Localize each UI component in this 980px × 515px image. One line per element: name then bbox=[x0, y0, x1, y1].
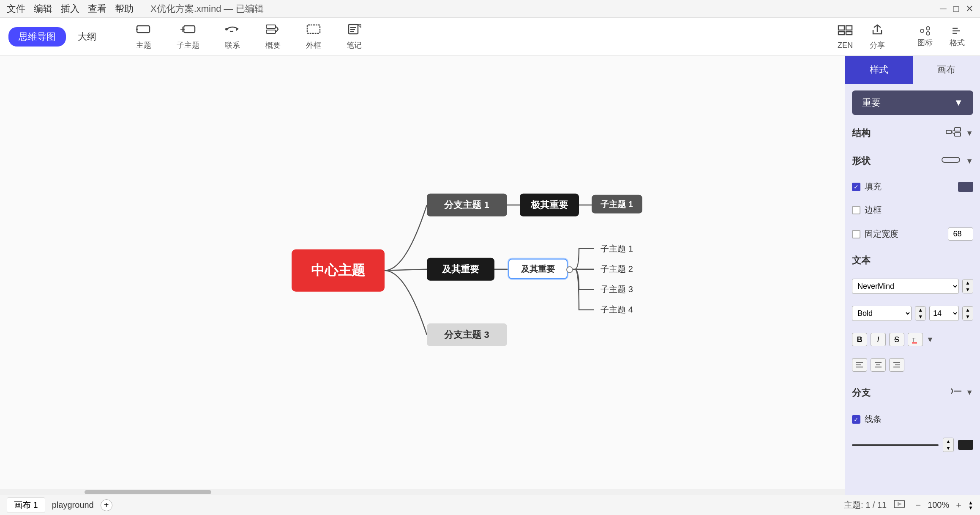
toolbar-summary[interactable]: 概要 bbox=[253, 19, 293, 54]
subtopic-icon bbox=[180, 23, 196, 38]
node-center[interactable]: 中心主题 bbox=[292, 249, 385, 292]
shape-row: 形状 ▼ bbox=[852, 151, 973, 171]
shape-dropdown[interactable]: ▼ bbox=[966, 157, 973, 166]
menu-view[interactable]: 查看 bbox=[88, 3, 106, 15]
canvas-area[interactable]: 中心主题 分支主题 1 极其重要 子主题 1 及其重要 及其重要 bbox=[0, 56, 845, 495]
toolbar-topic[interactable]: 主题 bbox=[123, 19, 164, 54]
share-button[interactable]: 分享 bbox=[861, 19, 893, 54]
canvas-tab[interactable]: 画布 1 bbox=[7, 497, 45, 513]
branch-dropdown[interactable]: ▼ bbox=[966, 388, 973, 397]
node-branch1[interactable]: 分支主题 1 bbox=[427, 194, 507, 216]
mindmap: 中心主题 分支主题 1 极其重要 子主题 1 及其重要 及其重要 bbox=[270, 152, 651, 389]
svg-rect-15 bbox=[838, 26, 844, 30]
fixed-width-checkbox[interactable] bbox=[852, 230, 860, 238]
text-color-button[interactable]: T bbox=[908, 333, 923, 346]
zoom-arrows[interactable]: ▲ ▼ bbox=[968, 500, 973, 510]
node-subtopic1-right[interactable]: 子主题 1 bbox=[592, 195, 642, 214]
border-checkbox[interactable] bbox=[852, 206, 860, 214]
theme-button[interactable]: 重要 ▼ bbox=[852, 90, 973, 115]
font-family-spinner[interactable]: ▲ ▼ bbox=[962, 279, 973, 293]
format-row: B I S T ▼ bbox=[852, 331, 973, 348]
panel-format-tab[interactable]: 格式 bbox=[943, 22, 972, 51]
tab-canvas[interactable]: 画布 bbox=[913, 56, 980, 84]
maximize-button[interactable]: □ bbox=[953, 3, 959, 14]
zoom-out-button[interactable]: − bbox=[912, 498, 924, 512]
font-style-row: Bold ▲ ▼ 14 ▲ ▼ bbox=[852, 304, 973, 323]
frame-icon bbox=[306, 23, 321, 38]
node-selected[interactable]: 及其重要 bbox=[508, 259, 568, 279]
menu-help[interactable]: 帮助 bbox=[115, 3, 134, 15]
svg-point-21 bbox=[926, 32, 930, 35]
bold-button[interactable]: B bbox=[852, 333, 867, 346]
shape-icon[interactable] bbox=[941, 155, 962, 167]
shape-label: 形状 bbox=[852, 155, 871, 167]
node-sub1[interactable]: 子主题 1 bbox=[594, 241, 640, 256]
font-style-spinner[interactable]: ▲ ▼ bbox=[915, 306, 926, 321]
fixed-width-row: 固定宽度 bbox=[852, 226, 973, 242]
add-canvas-button[interactable]: + bbox=[101, 499, 112, 511]
minimize-button[interactable]: ─ bbox=[940, 3, 947, 14]
structure-icon[interactable] bbox=[945, 127, 962, 140]
menu-edit[interactable]: 编辑 bbox=[34, 3, 52, 15]
share-icon bbox=[870, 23, 885, 38]
svg-rect-9 bbox=[307, 25, 320, 33]
svg-rect-8 bbox=[266, 30, 276, 33]
line-checkbox[interactable]: ✓ bbox=[852, 415, 860, 424]
share-label: 分享 bbox=[870, 40, 885, 50]
map-icon[interactable] bbox=[893, 499, 905, 511]
toolbar-frame[interactable]: 外框 bbox=[293, 19, 334, 54]
font-size-select[interactable]: 14 bbox=[929, 306, 959, 321]
node-branch3[interactable]: 分支主题 3 bbox=[427, 323, 507, 346]
svg-rect-22 bbox=[946, 130, 951, 134]
line-row: ✓ 线条 bbox=[852, 412, 973, 427]
zen-label: ZEN bbox=[838, 41, 853, 50]
fill-checkbox[interactable]: ✓ bbox=[852, 183, 860, 191]
fixed-width-input[interactable] bbox=[948, 227, 973, 241]
svg-rect-24 bbox=[955, 133, 961, 136]
border-label: 边框 bbox=[865, 204, 882, 216]
zen-button[interactable]: ZEN bbox=[829, 20, 861, 53]
svg-point-19 bbox=[920, 29, 924, 33]
toolbar-summary-label: 概要 bbox=[265, 40, 281, 50]
fill-color[interactable] bbox=[958, 182, 973, 192]
branch-icon[interactable] bbox=[950, 385, 962, 400]
line-color[interactable] bbox=[958, 440, 973, 450]
toolbar-connect[interactable]: 联系 bbox=[212, 19, 253, 54]
svg-rect-27 bbox=[942, 157, 960, 162]
font-style-select[interactable]: Bold bbox=[852, 306, 912, 321]
svg-rect-7 bbox=[266, 25, 276, 28]
font-size-spinner[interactable]: ▲ ▼ bbox=[962, 306, 973, 321]
tab-style[interactable]: 样式 bbox=[845, 56, 913, 84]
text-dropdown[interactable]: ▼ bbox=[926, 335, 934, 344]
node-sub2[interactable]: 子主题 2 bbox=[594, 261, 640, 277]
strikethrough-button[interactable]: S bbox=[889, 333, 904, 346]
align-center-button[interactable] bbox=[871, 358, 886, 372]
panel-icon-tab[interactable]: 图标 bbox=[911, 22, 939, 51]
align-right-button[interactable] bbox=[889, 358, 904, 372]
menu-file[interactable]: 文件 bbox=[7, 3, 25, 15]
node-extreme[interactable]: 极其重要 bbox=[520, 194, 579, 216]
zen-icon bbox=[838, 24, 853, 39]
zoom-in-button[interactable]: + bbox=[953, 498, 965, 512]
svg-rect-16 bbox=[846, 26, 852, 30]
h-scrollbar[interactable] bbox=[0, 489, 845, 495]
main-area: 中心主题 分支主题 1 极其重要 子主题 1 及其重要 及其重要 bbox=[0, 56, 980, 495]
structure-dropdown[interactable]: ▼ bbox=[966, 129, 973, 138]
close-button[interactable]: ✕ bbox=[966, 3, 973, 14]
menu-insert[interactable]: 插入 bbox=[61, 3, 79, 15]
sidebar-content: 重要 ▼ 结构 ▼ 形状 bbox=[845, 84, 980, 461]
font-family-select[interactable]: NeverMind bbox=[852, 279, 959, 294]
toolbar-subtopic[interactable]: 子主题 bbox=[164, 19, 212, 54]
canvas-name[interactable]: playground bbox=[52, 500, 94, 510]
align-left-button[interactable] bbox=[852, 358, 867, 372]
node-sub3[interactable]: 子主题 3 bbox=[594, 282, 640, 297]
svg-rect-0 bbox=[137, 26, 150, 33]
tab-outline[interactable]: 大纲 bbox=[68, 27, 106, 47]
tab-mindmap[interactable]: 思维导图 bbox=[8, 27, 66, 47]
italic-button[interactable]: I bbox=[871, 333, 886, 346]
line-weight-spinner[interactable]: ▲ ▼ bbox=[943, 438, 954, 452]
toolbar-note[interactable]: 笔记 bbox=[334, 19, 374, 54]
zoom-level: 100% bbox=[928, 500, 949, 510]
node-sub4[interactable]: 子主题 4 bbox=[594, 302, 640, 317]
node-branch2[interactable]: 及其重要 bbox=[427, 258, 494, 281]
